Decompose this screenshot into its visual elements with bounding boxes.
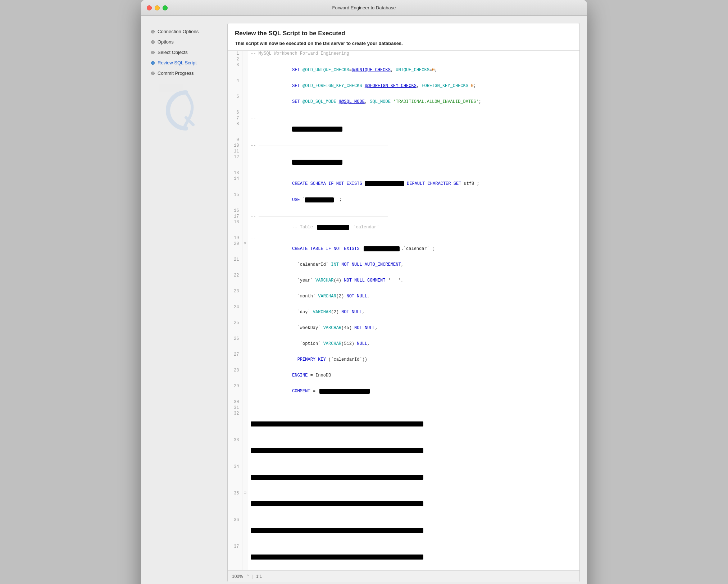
main-content: Review the SQL Script to be Executed Thi… — [227, 23, 580, 582]
code-line-20: 20 ▽ CREATE TABLE IF NOT EXISTS .`calend… — [228, 241, 579, 257]
code-line-27: 27 PRIMARY KEY (`calendarId`)) — [228, 352, 579, 368]
code-editor[interactable]: 1 -- MySQL Workbench Forward Engineering… — [228, 51, 579, 570]
code-line-15: 15 USE ` ` ; — [228, 192, 579, 208]
sidebar-label-select-objects: Select Objects — [158, 50, 188, 55]
code-line-23: 23 `month` VARCHAR(2) NOT NULL, — [228, 288, 579, 304]
watermark — [148, 89, 224, 132]
code-line-5: 5 SET @OLD_SQL_MODE=@@SQL_MODE, SQL_MODE… — [228, 94, 579, 110]
code-line-36: 36 — [228, 517, 579, 544]
sidebar-dot-select-objects — [151, 51, 155, 54]
code-line-22: 22 `year` VARCHAR(4) NOT NULL COMMENT ' … — [228, 273, 579, 288]
sidebar-item-options[interactable]: Options — [148, 37, 224, 47]
code-line-28: 28 ENGINE = InnoDB — [228, 368, 579, 383]
window-title: Forward Engineer to Database — [332, 5, 396, 10]
code-line-17: 17 -- — [228, 214, 579, 219]
code-line-31: 31 — [228, 405, 579, 411]
close-button[interactable] — [147, 5, 152, 10]
title-bar: Forward Engineer to Database — [141, 0, 587, 16]
main-window: Forward Engineer to Database Connection … — [141, 0, 587, 584]
code-line-30: 30 — [228, 399, 579, 405]
code-table: 1 -- MySQL Workbench Forward Engineering… — [228, 51, 579, 570]
code-line-3: 3 SET @OLD_UNIQUE_CHECKS=@@UNIQUE_CHECKS… — [228, 62, 579, 78]
sidebar-dot-review-sql — [151, 61, 155, 65]
code-line-11: 11 — [228, 149, 579, 154]
sidebar-item-commit-progress[interactable]: Commit Progress — [148, 68, 224, 78]
code-line-2: 2 — [228, 56, 579, 62]
code-line-18: 18 -- Table `calendar` — [228, 219, 579, 235]
code-line-16: 16 — [228, 208, 579, 214]
code-line-19: 19 -- — [228, 235, 579, 241]
code-line-9: 9 — [228, 137, 579, 143]
main-header: Review the SQL Script to be Executed Thi… — [228, 23, 579, 51]
sidebar-dot-options — [151, 40, 155, 44]
sidebar-item-review-sql[interactable]: Review SQL Script — [148, 58, 224, 68]
code-line-8: 8 — [228, 121, 579, 137]
sidebar: Connection Options Options Select Object… — [148, 23, 227, 582]
code-line-14: 14 CREATE SCHEMA IF NOT EXISTS DEFAULT C… — [228, 176, 579, 192]
window-controls — [147, 5, 168, 10]
code-footer: 100% ⌃ | 1:1 — [228, 570, 579, 582]
sidebar-label-connection-options: Connection Options — [158, 29, 199, 34]
code-line-25: 25 `weekDay` VARCHAR(45) NOT NULL, — [228, 320, 579, 336]
window-body: Connection Options Options Select Object… — [141, 16, 587, 584]
sidebar-dot-commit-progress — [151, 72, 155, 75]
code-line-7: 7 -- — [228, 115, 579, 121]
code-line-21: 21 `calendarId` INT NOT NULL AUTO_INCREM… — [228, 257, 579, 273]
code-line-26: 26 `option` VARCHAR(512) NULL, — [228, 336, 579, 352]
sidebar-label-options: Options — [158, 39, 174, 45]
maximize-button[interactable] — [163, 5, 168, 10]
sidebar-label-commit-progress: Commit Progress — [158, 70, 194, 76]
minimize-button[interactable] — [155, 5, 160, 10]
code-line-24: 24 `day` VARCHAR(2) NOT NULL, — [228, 304, 579, 320]
sidebar-item-select-objects[interactable]: Select Objects — [148, 47, 224, 57]
code-line-12: 12 — [228, 154, 579, 170]
sidebar-dot-connection-options — [151, 30, 155, 33]
code-line-1: 1 -- MySQL Workbench Forward Engineering — [228, 51, 579, 56]
cursor-position: 1:1 — [256, 574, 262, 579]
sidebar-label-review-sql: Review SQL Script — [158, 60, 197, 65]
code-line-35: 35 □ — [228, 491, 579, 517]
code-line-6: 6 — [228, 110, 579, 115]
sidebar-item-connection-options[interactable]: Connection Options — [148, 27, 224, 36]
code-line-10: 10 -- — [228, 143, 579, 149]
section-title: Review the SQL Script to be Executed — [235, 30, 572, 37]
code-line-34: 34 — [228, 464, 579, 491]
zoom-stepper[interactable]: ⌃ — [246, 574, 249, 579]
section-body: This script will now be executed on the … — [235, 41, 572, 46]
code-line-32: 32 — [228, 411, 579, 437]
code-line-4: 4 SET @OLD_FOREIGN_KEY_CHECKS=@@FOREIGN_… — [228, 78, 579, 94]
code-line-29: 29 COMMENT = — [228, 383, 579, 399]
code-line-37: 37 — [228, 544, 579, 570]
code-line-33: 33 — [228, 437, 579, 464]
zoom-level: 100% — [232, 574, 243, 579]
code-line-13: 13 — [228, 170, 579, 176]
